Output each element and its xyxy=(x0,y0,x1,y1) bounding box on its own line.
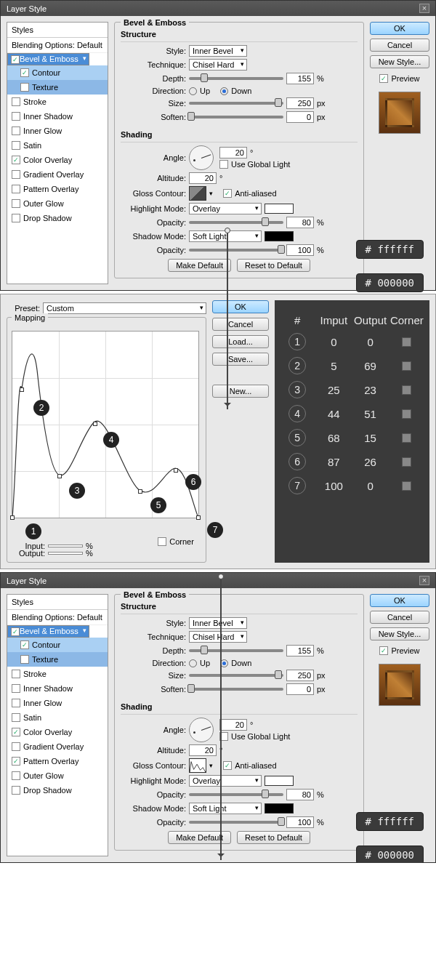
effect-checkbox[interactable] xyxy=(20,83,29,92)
style-item[interactable]: Drop Shadow xyxy=(7,783,108,798)
effect-checkbox[interactable] xyxy=(12,214,20,222)
corner-checkbox[interactable] xyxy=(158,537,166,546)
shadow-color-swatch[interactable] xyxy=(265,803,294,814)
effect-checkbox[interactable]: ✓ xyxy=(12,757,20,766)
effect-checkbox[interactable] xyxy=(12,742,20,751)
reset-default-button[interactable]: Reset to Default xyxy=(237,831,310,844)
size-slider[interactable] xyxy=(189,674,283,677)
contour-new-button[interactable]: New... xyxy=(212,385,269,398)
style-item[interactable]: ✓Pattern Overlay xyxy=(7,754,108,768)
style-item[interactable]: Gradient Overlay xyxy=(7,739,108,754)
shadow-opacity-slider[interactable] xyxy=(189,821,283,824)
soften-input[interactable]: 0 xyxy=(286,111,314,123)
angle-dial[interactable] xyxy=(189,145,214,170)
soften-slider[interactable] xyxy=(189,688,283,691)
effect-checkbox[interactable] xyxy=(12,170,20,179)
shadow-color-swatch[interactable] xyxy=(265,231,294,241)
effect-checkbox[interactable] xyxy=(12,97,20,106)
preview-checkbox[interactable]: ✓ xyxy=(379,74,388,83)
altitude-input[interactable]: 20 xyxy=(189,744,217,756)
ok-button[interactable]: OK xyxy=(370,594,429,607)
titlebar[interactable]: Layer Style × xyxy=(1,1,435,16)
preset-select[interactable]: Custom xyxy=(43,302,206,314)
style-item[interactable]: Stroke xyxy=(7,95,108,109)
corner-checkbox[interactable] xyxy=(402,457,411,467)
global-light-checkbox[interactable] xyxy=(219,160,228,169)
style-item[interactable]: Stroke xyxy=(7,667,108,681)
shadow-opacity-input[interactable]: 100 xyxy=(286,244,314,256)
technique-select[interactable]: Chisel Hard xyxy=(189,631,247,643)
effect-checkbox[interactable]: ✓ xyxy=(20,68,29,77)
blending-options[interactable]: Blending Options: Default xyxy=(7,610,108,625)
effect-checkbox[interactable] xyxy=(12,699,20,707)
shadow-opacity-slider[interactable] xyxy=(189,249,283,252)
style-item[interactable]: Satin xyxy=(7,138,108,153)
highlight-opacity-input[interactable]: 80 xyxy=(286,217,314,228)
gloss-contour-swatch[interactable] xyxy=(189,758,206,773)
effect-checkbox[interactable]: ✓ xyxy=(12,156,20,164)
up-radio[interactable] xyxy=(189,659,197,667)
highlight-opacity-slider[interactable] xyxy=(189,221,283,224)
style-item[interactable]: Inner Glow xyxy=(7,124,108,138)
angle-input[interactable]: 20 xyxy=(219,147,247,158)
gloss-contour-swatch[interactable] xyxy=(189,186,206,201)
style-item[interactable]: Texture xyxy=(7,652,108,667)
highlight-opacity-slider[interactable] xyxy=(189,793,283,796)
effect-checkbox[interactable] xyxy=(12,112,20,121)
style-item[interactable]: Drop Shadow xyxy=(7,211,108,225)
contour-ok-button[interactable]: OK xyxy=(212,300,269,313)
corner-checkbox[interactable] xyxy=(402,361,411,371)
angle-input[interactable]: 20 xyxy=(219,719,247,731)
input-field[interactable] xyxy=(48,545,83,547)
style-item[interactable]: ✓Bevel & Emboss xyxy=(7,625,89,638)
style-select[interactable]: Inner Bevel xyxy=(189,45,247,57)
technique-select[interactable]: Chisel Hard xyxy=(189,59,247,71)
size-input[interactable]: 250 xyxy=(286,670,314,681)
blending-options[interactable]: Blending Options: Default xyxy=(7,38,108,53)
antialias-checkbox[interactable]: ✓ xyxy=(223,189,232,198)
effect-checkbox[interactable] xyxy=(20,655,29,664)
effect-checkbox[interactable] xyxy=(12,684,20,693)
style-item[interactable]: Texture xyxy=(7,80,108,95)
effect-checkbox[interactable] xyxy=(12,185,20,193)
effect-checkbox[interactable] xyxy=(12,126,20,135)
effect-checkbox[interactable] xyxy=(12,141,20,150)
corner-checkbox[interactable] xyxy=(402,481,411,491)
style-item[interactable]: Outer Glow xyxy=(7,196,108,211)
up-radio[interactable] xyxy=(189,87,197,95)
effect-checkbox[interactable]: ✓ xyxy=(11,627,20,636)
corner-checkbox[interactable] xyxy=(402,433,411,443)
corner-checkbox[interactable] xyxy=(402,409,411,419)
style-item[interactable]: ✓Bevel & Emboss xyxy=(7,53,89,65)
style-select[interactable]: Inner Bevel xyxy=(189,617,247,629)
new-style-button[interactable]: New Style... xyxy=(370,55,429,68)
corner-checkbox[interactable] xyxy=(402,385,411,395)
output-field[interactable] xyxy=(48,552,83,555)
effect-checkbox[interactable]: ✓ xyxy=(20,640,29,649)
highlight-opacity-input[interactable]: 80 xyxy=(286,789,314,800)
effect-checkbox[interactable] xyxy=(12,199,20,208)
curve-canvas[interactable]: 1 2 3 4 5 6 7 xyxy=(12,331,199,518)
depth-slider[interactable] xyxy=(189,77,283,80)
shadow-mode-select[interactable]: Soft Light xyxy=(189,803,262,814)
effect-checkbox[interactable]: ✓ xyxy=(11,55,20,64)
depth-input[interactable]: 155 xyxy=(286,645,314,656)
size-slider[interactable] xyxy=(189,102,283,105)
style-item[interactable]: ✓Contour xyxy=(7,65,108,80)
close-icon[interactable]: × xyxy=(419,4,429,13)
style-item[interactable]: Pattern Overlay xyxy=(7,182,108,196)
style-item[interactable]: Inner Glow xyxy=(7,696,108,710)
effect-checkbox[interactable] xyxy=(12,771,20,780)
close-icon[interactable]: × xyxy=(419,576,429,585)
down-radio[interactable] xyxy=(220,87,228,95)
highlight-mode-select[interactable]: Overlay xyxy=(189,203,262,214)
style-item[interactable]: ✓Color Overlay xyxy=(7,153,108,167)
style-item[interactable]: Inner Shadow xyxy=(7,109,108,124)
contour-cancel-button[interactable]: Cancel xyxy=(212,318,269,331)
preview-checkbox[interactable]: ✓ xyxy=(379,646,388,655)
size-input[interactable]: 250 xyxy=(286,97,314,109)
cancel-button[interactable]: Cancel xyxy=(370,611,429,624)
effect-checkbox[interactable] xyxy=(12,670,20,678)
highlight-color-swatch[interactable] xyxy=(265,204,294,214)
style-item[interactable]: Gradient Overlay xyxy=(7,167,108,182)
